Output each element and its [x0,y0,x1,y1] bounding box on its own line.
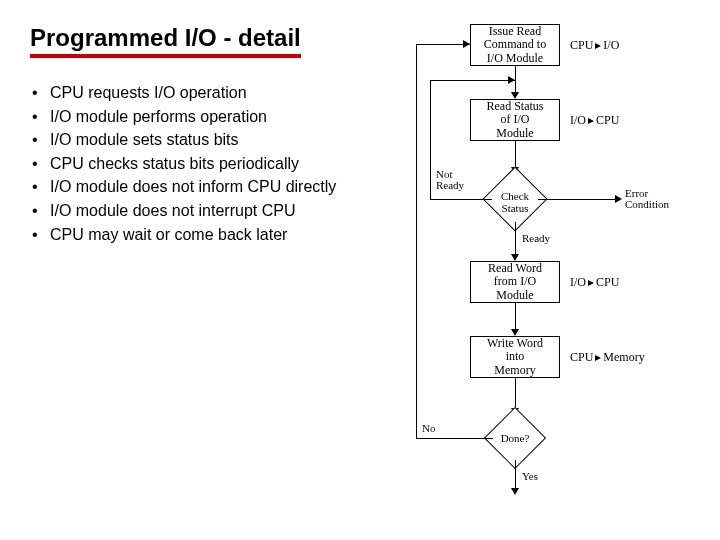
connector [416,44,417,438]
arrow-down-icon [511,488,519,495]
edge-label-error: ErrorCondition [625,188,669,210]
connector [430,80,515,81]
connector [515,66,516,94]
list-item: CPU may wait or come back later [30,224,400,246]
arrow-right-icon [588,280,594,286]
right-column: Issue ReadCommand toI/O Module CPU I/O R… [410,14,710,524]
fc-side-annotation: I/O CPU [570,275,619,290]
bullet-list: CPU requests I/O operation I/O module pe… [30,82,400,245]
connector [515,378,516,410]
connector [416,44,470,45]
arrow-right-icon [463,40,470,48]
connector [515,222,516,256]
connector [515,141,516,169]
list-item: I/O module does not inform CPU directly [30,176,400,198]
fc-box-label: Write WordintoMemory [487,337,543,377]
connector [416,438,493,439]
list-item: I/O module sets status bits [30,129,400,151]
slide: Programmed I/O - detail CPU requests I/O… [0,0,720,540]
arrow-down-icon [511,329,519,336]
connector [538,199,618,200]
connector [430,199,492,200]
connector [515,460,516,490]
arrow-right-icon [508,76,515,84]
fc-box-label: Read Wordfrom I/OModule [488,262,542,302]
list-item: I/O module does not interrupt CPU [30,200,400,222]
flowchart: Issue ReadCommand toI/O Module CPU I/O R… [410,14,710,524]
fc-box-write-word: Write WordintoMemory [470,336,560,378]
arrow-down-icon [511,254,519,261]
fc-box-label: Read Statusof I/OModule [487,100,544,140]
list-item: CPU requests I/O operation [30,82,400,104]
fc-side-annotation: I/O CPU [570,113,619,128]
edge-label-no: No [422,422,435,434]
arrow-right-icon [595,43,601,49]
arrow-down-icon [511,92,519,99]
connector [430,80,431,199]
connector [515,303,516,331]
arrow-right-icon [588,118,594,124]
fc-side-annotation: CPU I/O [570,38,619,53]
edge-label-yes: Yes [522,470,538,482]
fc-box-read-status: Read Statusof I/OModule [470,99,560,141]
fc-side-annotation: CPU Memory [570,350,645,365]
slide-title: Programmed I/O - detail [30,24,301,58]
fc-box-read-word: Read Wordfrom I/OModule [470,261,560,303]
edge-label-ready: Ready [522,232,550,244]
fc-box-label: Issue ReadCommand toI/O Module [484,25,546,65]
edge-label-not-ready: NotReady [436,169,464,191]
list-item: CPU checks status bits periodically [30,153,400,175]
arrow-right-icon [595,355,601,361]
arrow-right-icon [615,195,622,203]
list-item: I/O module performs operation [30,106,400,128]
fc-box-issue-read: Issue ReadCommand toI/O Module [470,24,560,66]
left-column: Programmed I/O - detail CPU requests I/O… [30,24,400,524]
